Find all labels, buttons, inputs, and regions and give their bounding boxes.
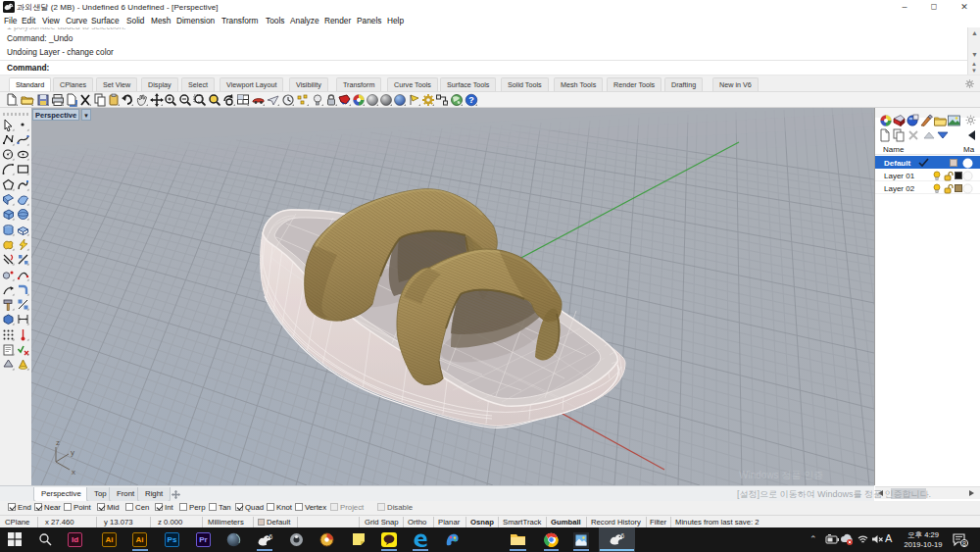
svg-text:x: x [72,468,75,477]
svg-text:z: z [56,438,60,447]
svg-text:8: 8 [962,540,966,547]
svg-text:?: ? [468,95,474,105]
svg-text:y: y [71,448,74,457]
svg-text:Windows 정품 인증: Windows 정품 인증 [739,470,823,480]
